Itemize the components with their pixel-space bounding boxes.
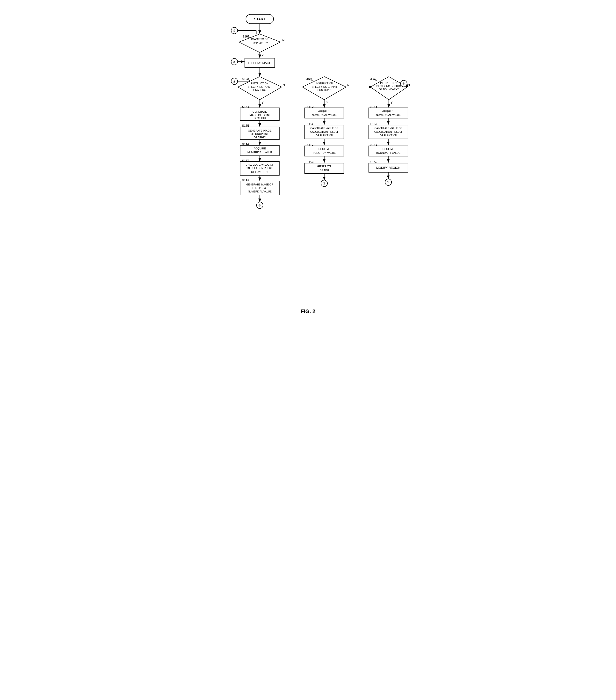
s109-text1: INSTRUCTION [316,82,333,85]
s115-text1: ACQUIRE [382,110,394,112]
s106-text2: NUMERICAL VALUE [247,151,272,154]
page: START ① S101 IMAGE TO BE DISPLAYED? N Y [200,5,417,329]
s103-y-label: Y [261,101,264,104]
s103-n-label: N [283,84,285,87]
s108-text1: GENERATE IMAGE OR [246,183,273,186]
s116-text2: CALCULATION RESULT [374,130,402,133]
s110-text2: NUMERICAL VALUE [312,113,336,116]
s104-text3: GRAPHIC [254,116,266,120]
s117-text1: RECEIVE [382,148,394,150]
s107-text3: OF FUNCTION [251,171,269,173]
s111-text2: CALCULATION RESULT [310,130,338,133]
connector-1-top: ① [233,29,236,33]
s105-text1: GENERATE IMAGE [248,129,271,132]
s109-text2: SPECIFYING GRAPH [311,86,337,88]
s111-text3: OF FUNCTION [316,134,333,137]
s106-text1: ACQUIRE [254,147,266,150]
s109-y-label: Y [326,101,328,104]
s109-text3: POSITION? [317,89,331,91]
s102-text: DISPLAY IMAGE [248,61,271,65]
s114-text2: SPECIFYING POSITION [375,85,402,88]
s108-text2: THE LIKE OF [252,187,267,189]
flowchart-diagram: START ① S101 IMAGE TO BE DISPLAYED? N Y [209,12,407,303]
connector-2-s108: ② [258,204,261,207]
s113-text1: GENERATE [317,165,331,168]
s104-text2: IMAGE OF POINT [249,114,270,116]
s103-text2: SPECIFYING POINT [248,86,272,88]
s114-text1: INSTRUCTION [380,82,397,84]
connector-3: ③ [233,80,236,84]
s101-text-line1: IMAGE TO BE [251,38,268,41]
figure-caption: FIG. 2 [209,308,407,315]
s107-text2: CALCULATION RESULT [245,167,274,170]
s116-text3: OF FUNCTION [380,134,397,137]
connector-2-s102: ② [233,60,236,64]
s104-text1: GENERATE [253,110,267,113]
s115-text2: NUMERICAL VALUE [376,113,400,116]
s107-text1: CALCULATE VALUE OF [246,163,273,166]
s111-text1: CALCULATE VALUE OF [310,127,338,129]
s108-text3: NUMERICAL VALUE [248,190,271,193]
s101-n-label: N [282,39,284,42]
s101-text-line2: DISPLAYED? [252,41,268,45]
start-label: START [254,17,265,21]
s112-text1: RECEIVE [318,148,330,150]
s118-text: MODIFY REGION [376,166,400,170]
s101-y-label: Y [261,54,264,57]
s109-n-label: N [347,84,349,87]
s103-text3: GRAPHIC? [253,89,266,91]
s114-text3: OF BOUNDARY? [379,88,399,91]
s109-label: S109 [305,77,311,81]
s114-label: S114 [369,77,375,81]
s105-text2: OF DROPLINE [251,133,269,135]
s116-text1: CALCULATE VALUE OF [374,127,402,129]
connector-2-s118: ② [387,180,389,184]
s114-n-label: N [408,84,410,87]
connector-4: ④ [402,82,405,85]
s103-text1: INSTRUCTION [251,82,268,85]
s105-text3: GRAPHIC [254,136,266,139]
connector-2-s113: ② [323,182,325,185]
flowchart-svg: START ① S101 IMAGE TO BE DISPLAYED? N Y [209,12,407,302]
s114-y-label: Y [390,101,393,104]
s117-text2: BOUNDARY VALUE [376,151,400,154]
s110-text1: ACQUIRE [318,110,330,112]
s112-text2: FUNCTION VALUE [313,151,336,154]
s113-text2: GRAPH [320,169,329,172]
s103-label: S103 [242,77,249,81]
